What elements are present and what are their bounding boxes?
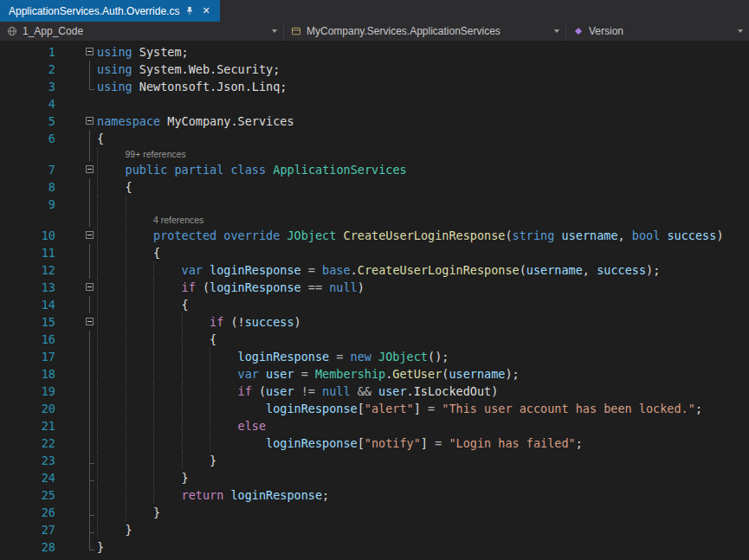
- tab-title: ApplicationServices.Auth.Override.cs: [9, 5, 179, 17]
- fold-collapse-icon[interactable]: [86, 48, 94, 55]
- code-line[interactable]: 16{: [0, 331, 749, 348]
- fold-collapse-icon[interactable]: [86, 165, 94, 173]
- fold-gutter: [55, 538, 97, 556]
- code-token: public: [126, 163, 168, 177]
- code-token: =: [294, 367, 315, 381]
- fold-collapse-icon[interactable]: [86, 283, 94, 291]
- code-token: =: [428, 436, 449, 450]
- line-number: 10: [0, 227, 55, 244]
- member-dropdown[interactable]: Version: [566, 22, 749, 41]
- code-line[interactable]: 6{: [0, 130, 749, 147]
- code-line[interactable]: 2using System.Web.Security;: [0, 61, 749, 78]
- indent-guide: [153, 452, 182, 469]
- code-line[interactable]: 27}: [0, 521, 749, 538]
- code-line[interactable]: 25return loginResponse;: [0, 486, 749, 504]
- line-number: 27: [0, 521, 55, 538]
- code-line-text: }: [97, 521, 749, 538]
- fold-collapse-icon[interactable]: [86, 318, 94, 325]
- indent-guide: [126, 331, 154, 348]
- indent-guide: [153, 434, 182, 452]
- code-line[interactable]: 17loginResponse = new JObject();: [0, 348, 749, 365]
- code-token: ;: [576, 436, 583, 450]
- code-line[interactable]: 7public partial class ApplicationService…: [0, 161, 749, 178]
- fold-gutter: [55, 213, 97, 227]
- indent-guide: [97, 147, 126, 161]
- code-token: "alert": [365, 402, 414, 415]
- indent-guide: [97, 279, 126, 296]
- code-token: new: [351, 350, 371, 364]
- indent-guide: [97, 178, 126, 196]
- indent-guide: [182, 331, 210, 348]
- indent-guide: [153, 469, 182, 486]
- code-line[interactable]: 23}: [0, 452, 749, 469]
- indent-guide: [153, 383, 182, 400]
- fold-gutter: [55, 227, 97, 244]
- type-dropdown[interactable]: MyCompany.Services.ApplicationServices: [284, 22, 566, 41]
- fold-collapse-icon[interactable]: [86, 231, 94, 239]
- code-token: }: [126, 523, 132, 537]
- code-token: using: [97, 80, 132, 93]
- fold-collapse-icon[interactable]: [86, 117, 94, 125]
- code-line[interactable]: 9: [0, 196, 749, 213]
- type-dropdown-label: MyCompany.Services.ApplicationServices: [307, 25, 500, 37]
- code-token: username: [562, 229, 618, 242]
- close-icon[interactable]: ✕: [200, 6, 211, 16]
- code-line[interactable]: 15if (!success): [0, 313, 749, 331]
- code-token: );: [505, 367, 519, 381]
- code-token: {: [97, 132, 104, 145]
- fold-gutter: [55, 113, 97, 130]
- code-token: success: [667, 229, 716, 242]
- project-dropdown[interactable]: 1_App_Code: [0, 22, 284, 41]
- code-line[interactable]: 5namespace MyCompany.Services: [0, 113, 749, 130]
- indent-guide: [182, 452, 210, 469]
- fold-gutter: [55, 417, 97, 434]
- code-line[interactable]: 20 loginResponse["alert"] = "This user a…: [0, 400, 749, 417]
- indent-guide: [126, 296, 154, 313]
- fold-guide-line: [89, 147, 90, 161]
- fold-guide-line: [89, 78, 90, 89]
- fold-guide-line: [89, 452, 90, 469]
- code-token: ): [294, 315, 301, 329]
- indent-guide: [182, 313, 210, 331]
- indent-guide: [97, 213, 126, 227]
- code-line-text: {: [97, 130, 749, 147]
- code-line[interactable]: 3using Newtonsoft.Json.Linq;: [0, 78, 749, 95]
- code-token: [336, 229, 343, 242]
- code-line[interactable]: 24}: [0, 469, 749, 486]
- code-token: System.Web.Security;: [132, 62, 281, 76]
- indent-guide: [97, 400, 126, 417]
- codelens-references-link[interactable]: 99+ references: [126, 149, 186, 159]
- code-token: .: [351, 263, 358, 277]
- document-tab[interactable]: ApplicationServices.Auth.Override.cs ✕: [0, 0, 220, 22]
- code-line[interactable]: 1using System;: [0, 43, 749, 61]
- line-number: 25: [0, 486, 55, 504]
- code-line[interactable]: 4: [0, 95, 749, 113]
- code-line[interactable]: 12var loginResponse = base.CreateUserLog…: [0, 261, 749, 279]
- code-line[interactable]: 26}: [0, 504, 749, 521]
- code-line[interactable]: 19if (user != null && user.IsLockedOut): [0, 383, 749, 400]
- code-line[interactable]: 13if (loginResponse == null): [0, 279, 749, 296]
- codelens-references-link[interactable]: 4 references: [153, 215, 203, 225]
- code-line[interactable]: 22 loginResponse["notify"] = "Login has …: [0, 434, 749, 452]
- code-line-text: loginResponse["notify"] = "Login has fai…: [97, 434, 749, 452]
- code-token: [554, 229, 561, 242]
- code-line[interactable]: 11{: [0, 244, 749, 261]
- code-line[interactable]: 8{: [0, 178, 749, 196]
- code-token: JObject: [287, 229, 336, 242]
- code-editor[interactable]: 1using System;2using System.Web.Security…: [0, 41, 749, 560]
- fold-end-tick: [89, 515, 94, 516]
- code-line[interactable]: 21else: [0, 417, 749, 434]
- line-number: 3: [0, 78, 55, 95]
- fold-guide-line: [89, 417, 90, 434]
- code-line[interactable]: 28}: [0, 538, 749, 556]
- chevron-down-icon: [272, 29, 277, 33]
- code-line[interactable]: 10protected override JObject CreateUserL…: [0, 227, 749, 244]
- pin-icon[interactable]: [185, 6, 194, 16]
- code-line-text: loginResponse = new JObject();: [97, 348, 749, 365]
- code-token: ,: [618, 229, 632, 242]
- code-token: ==: [301, 280, 330, 294]
- code-line[interactable]: 18var user = Membership.GetUser(username…: [0, 365, 749, 383]
- code-line-text: }: [97, 538, 749, 556]
- code-line[interactable]: 14{: [0, 296, 749, 313]
- indent-guide: [210, 348, 238, 365]
